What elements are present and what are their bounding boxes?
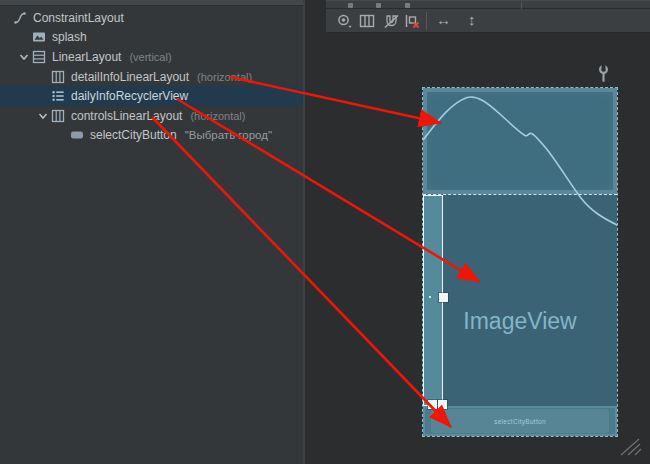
resize-horizontal-icon[interactable]: ↔ [436,10,451,30]
selection-handle-right-mid[interactable] [439,293,448,302]
button-icon [70,128,84,142]
component-tree: ConstraintLayoutsplashLinearLayout(verti… [0,8,303,145]
imageview-placeholder-label: ImageView [423,308,617,335]
autoconnect-off-icon[interactable] [383,13,399,29]
toolbar-separator [521,2,522,9]
tree-row-label: dailyInfoRecyclerView [71,89,188,103]
toolbar-separator [426,12,427,30]
linear-layout-horizontal-icon [51,70,65,84]
tree-row-label: controlsLinearLayout [71,109,182,123]
tree-row-label: LinearLayout [52,50,121,64]
tree-row-constraintlayout[interactable]: ConstraintLayout [0,8,303,28]
clipped-toolbar-icon [405,3,410,8]
tree-row-detailinfolinearlayout[interactable]: detailInfoLinearLayout(horizontal) [0,67,303,87]
layout-variants-icon[interactable] [359,13,375,29]
select-city-button-label: selectCityButton [494,418,546,425]
tree-row-label: splash [52,30,87,44]
clear-constraints-icon[interactable] [404,13,420,29]
clipped-toolbar-icon [376,3,381,8]
tree-row-selectcitybutton[interactable]: selectCityButton"Выбрать город" [0,126,303,146]
linear-layout-horizontal-icon [51,109,65,123]
controls-linear-layout-region[interactable]: selectCityButton [423,406,617,436]
panel-top-strip [0,0,303,6]
chevron-down-icon[interactable] [16,51,32,63]
selection-handle-bottom-right[interactable] [438,400,447,409]
tree-row-value: "Выбрать город" [185,129,272,141]
tree-row-hint: (vertical) [129,51,171,63]
tree-row-label: ConstraintLayout [33,11,124,25]
component-tree-panel: ConstraintLayoutsplashLinearLayout(verti… [0,0,303,464]
tree-row-label: detailInfoLinearLayout [71,70,189,84]
constraint-layout-icon [13,11,27,25]
tree-row-splash[interactable]: splash [0,28,303,48]
view-options-icon[interactable] [336,13,352,29]
recycler-view-icon [51,89,65,103]
tree-row-hint: (horizontal) [190,110,245,122]
canvas-resize-grip[interactable] [618,437,644,461]
panel-splitter[interactable] [303,0,305,464]
wrench-icon[interactable] [597,65,610,88]
selection-handle-bottom-left[interactable] [428,400,437,409]
selection-anchor-dot [429,296,431,298]
chevron-down-icon[interactable] [35,110,51,122]
design-toolbar: ↔ ↕ [326,9,650,33]
clipped-toolbar-icon [348,3,353,8]
linear-layout-vertical-icon [32,50,46,64]
upper-toolbar-clipped [326,0,650,9]
tree-row-dailyinforecyclerview[interactable]: dailyInfoRecyclerView [0,86,303,106]
resize-vertical-icon[interactable]: ↕ [468,10,476,30]
select-city-button[interactable]: selectCityButton [431,409,609,433]
image-icon [32,30,46,44]
tree-row-label: selectCityButton [90,128,177,142]
device-preview[interactable]: selectCityButton ImageView [423,88,617,436]
tree-row-linearlayout[interactable]: LinearLayout(vertical) [0,47,303,67]
detail-info-linear-layout-region[interactable] [423,88,617,195]
tree-row-controlslinearlayout[interactable]: controlsLinearLayout(horizontal) [0,106,303,126]
tree-row-hint: (horizontal) [197,71,252,83]
